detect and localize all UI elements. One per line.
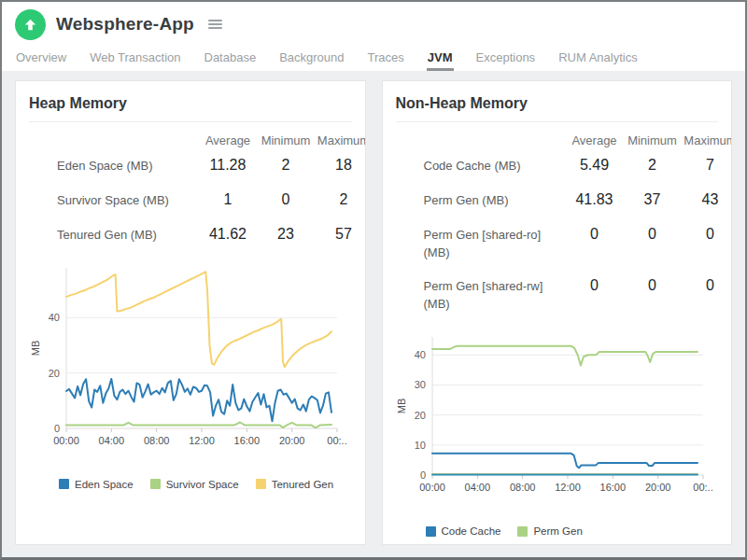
stat-value-minimum: 23 xyxy=(257,224,315,245)
stat-value-minimum: 2 xyxy=(257,155,315,175)
stat-value-average: 1 xyxy=(199,189,257,210)
svg-text:40: 40 xyxy=(415,349,426,360)
column-header-minimum: Minimum xyxy=(257,133,315,147)
stat-value-maximum: 0 xyxy=(682,224,733,245)
stat-value-minimum: 0 xyxy=(624,224,682,245)
svg-text:04:00: 04:00 xyxy=(465,482,491,493)
column-header-minimum: Minimum xyxy=(624,133,682,147)
app-title: Websphere-App xyxy=(56,14,194,35)
stat-value-maximum: 18 xyxy=(315,155,366,175)
tab-exceptions[interactable]: Exceptions xyxy=(475,47,537,71)
svg-text:12:00: 12:00 xyxy=(189,435,215,446)
stat-value-maximum: 7 xyxy=(682,155,733,175)
stats-table: AverageMinimumMaximumCode Cache (MB)5.49… xyxy=(383,122,733,314)
row-label: Perm Gen [shared-ro] (MB) xyxy=(424,224,566,262)
column-header-maximum: Maximum xyxy=(315,133,366,147)
legend-swatch-icon xyxy=(59,479,69,489)
tab-web-transaction[interactable]: Web Transaction xyxy=(89,47,181,71)
svg-text:40: 40 xyxy=(49,312,60,323)
legend-swatch-icon xyxy=(256,479,266,489)
stat-value-minimum: 37 xyxy=(624,189,682,210)
legend-item-tenured-gen[interactable]: Tenured Gen xyxy=(256,479,334,490)
stat-value-maximum: 2 xyxy=(315,189,366,210)
stats-header-row: AverageMinimumMaximum xyxy=(424,133,733,147)
stats-header-row: AverageMinimumMaximum xyxy=(57,133,366,147)
stat-value-average: 0 xyxy=(566,275,624,296)
column-header-average: Average xyxy=(199,133,257,147)
svg-text:0: 0 xyxy=(420,469,426,481)
svg-text:20:00: 20:00 xyxy=(279,435,305,446)
legend-label: Perm Gen xyxy=(533,525,582,537)
app-header: Websphere-App xyxy=(2,2,745,47)
stat-value-average: 41.83 xyxy=(566,189,624,210)
stat-value-maximum: 57 xyxy=(315,224,366,245)
table-row-eden-space-mb: Eden Space (MB)11.28218 xyxy=(57,155,366,175)
legend-item-code-cache[interactable]: Code Cache xyxy=(426,525,501,537)
stats-header-spacer xyxy=(424,133,566,136)
stats-header-spacer xyxy=(57,133,199,136)
app-status-up-arrow-icon xyxy=(15,9,46,40)
panel-heap-memory: Heap Memory AverageMinimumMaximumEden Sp… xyxy=(15,80,366,545)
table-row-perm-gen-shared-ro-mb: Perm Gen [shared-ro] (MB)000 xyxy=(424,224,733,262)
hamburger-menu-icon[interactable] xyxy=(205,17,225,32)
svg-text:MB: MB xyxy=(30,340,41,356)
row-label: Survivor Space (MB) xyxy=(57,189,199,210)
chart-legend: Code CachePerm GenPerm Gen [shared-ro]Pe… xyxy=(426,525,732,545)
content-area: Heap Memory AverageMinimumMaximumEden Sp… xyxy=(2,71,745,560)
svg-text:20:00: 20:00 xyxy=(645,482,671,493)
stat-value-maximum: 43 xyxy=(682,189,733,210)
tab-database[interactable]: Database xyxy=(204,47,258,71)
panel-title: Heap Memory xyxy=(16,81,365,121)
tab-overview[interactable]: Overview xyxy=(15,47,67,71)
stat-value-minimum: 0 xyxy=(257,189,315,210)
svg-text:20: 20 xyxy=(49,367,60,378)
legend-swatch-icon xyxy=(517,526,528,537)
heap-memory-chart: 0204000:0004:0008:0012:0016:0020:0000:..… xyxy=(29,259,352,456)
svg-text:00:..: 00:.. xyxy=(694,482,713,493)
stat-value-minimum: 0 xyxy=(624,275,682,296)
svg-text:30: 30 xyxy=(415,380,426,391)
svg-text:0: 0 xyxy=(54,423,60,434)
tab-bar: OverviewWeb TransactionDatabaseBackgroun… xyxy=(2,47,745,71)
legend-item-perm-gen[interactable]: Perm Gen xyxy=(517,525,582,537)
legend-swatch-icon xyxy=(150,479,161,489)
table-row-code-cache-mb: Code Cache (MB)5.4927 xyxy=(424,155,733,175)
legend-label: Code Cache xyxy=(442,525,501,537)
table-row-perm-gen-mb: Perm Gen (MB)41.833743 xyxy=(424,189,733,210)
column-header-maximum: Maximum xyxy=(682,133,733,147)
apm-jvm-page: { "header": { "app_name": "Websphere-App… xyxy=(0,0,747,560)
chart-legend: Eden SpaceSurvivor SpaceTenured Gen xyxy=(59,479,365,490)
table-row-perm-gen-shared-rw-mb: Perm Gen [shared-rw] (MB)000 xyxy=(424,275,733,314)
legend-row: Code CachePerm Gen xyxy=(426,525,732,537)
row-label: Eden Space (MB) xyxy=(57,155,199,175)
tab-traces[interactable]: Traces xyxy=(367,47,405,71)
row-label: Tenured Gen (MB) xyxy=(57,224,199,245)
row-label: Code Cache (MB) xyxy=(424,155,566,175)
stat-value-average: 0 xyxy=(566,224,624,245)
tab-jvm[interactable]: JVM xyxy=(427,47,454,71)
table-row-tenured-gen-mb: Tenured Gen (MB)41.622357 xyxy=(57,224,366,245)
tab-background[interactable]: Background xyxy=(278,47,345,71)
svg-text:04:00: 04:00 xyxy=(98,435,124,446)
svg-text:08:00: 08:00 xyxy=(144,435,170,446)
non-heap-memory-chart: 01020304000:0004:0008:0012:0016:0020:000… xyxy=(395,328,718,503)
panel-title: Non-Heap Memory xyxy=(383,81,732,121)
stat-value-minimum: 2 xyxy=(624,155,682,175)
row-label: Perm Gen [shared-rw] (MB) xyxy=(424,275,566,314)
panel-non-heap-memory: Non-Heap Memory AverageMinimumMaximumCod… xyxy=(382,80,733,545)
stat-value-average: 5.49 xyxy=(566,155,624,175)
tab-rum-analytics[interactable]: RUM Analytics xyxy=(557,47,639,71)
svg-text:00:..: 00:.. xyxy=(327,435,346,446)
column-header-average: Average xyxy=(566,133,624,147)
legend-row: Eden SpaceSurvivor SpaceTenured Gen xyxy=(59,479,365,490)
svg-text:12:00: 12:00 xyxy=(555,482,581,493)
stat-value-maximum: 0 xyxy=(682,275,733,296)
legend-item-eden-space[interactable]: Eden Space xyxy=(59,479,134,490)
legend-label: Tenured Gen xyxy=(272,479,334,490)
legend-item-survivor-space[interactable]: Survivor Space xyxy=(150,479,239,490)
legend-swatch-icon xyxy=(426,526,436,537)
svg-text:16:00: 16:00 xyxy=(233,435,260,446)
stat-value-average: 11.28 xyxy=(199,155,257,175)
svg-text:00:00: 00:00 xyxy=(53,435,79,446)
legend-label: Survivor Space xyxy=(166,479,239,490)
